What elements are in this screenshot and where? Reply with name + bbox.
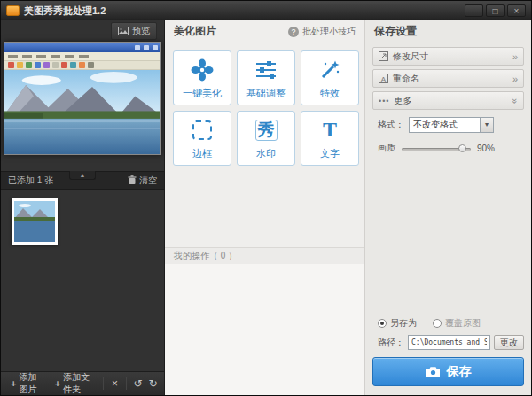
rename-icon: A [379, 74, 388, 83]
add-image-button-label: 添加图片 [19, 371, 42, 396]
trash-icon [128, 175, 137, 185]
save-settings-title: 保存设置 [374, 24, 417, 39]
format-select[interactable]: 不改变格式 ▾ [409, 117, 494, 133]
chevron-right-icon: » [512, 51, 518, 62]
change-path-button[interactable]: 更改 [494, 335, 524, 350]
question-icon: ? [288, 27, 299, 37]
toolbar-separator [103, 377, 104, 390]
preview-image-toolbar [4, 60, 160, 70]
save-button-label: 保存 [447, 364, 472, 380]
tool-watermark[interactable]: 秀 水印 [237, 111, 295, 166]
dropdown-arrow-icon: ▾ [480, 118, 493, 132]
radio-selected-icon [378, 319, 387, 328]
camera-icon [426, 366, 441, 377]
titlebar[interactable]: 美图秀秀批处理1.2 — □ × [1, 1, 531, 20]
redo-button[interactable]: ↻ [147, 377, 159, 390]
thumbnail-list [1, 190, 164, 371]
tool-label: 特效 [320, 87, 340, 100]
center-panel: 美化图片 ? 批处理小技巧 一键美化 基础调整 [165, 20, 365, 395]
text-icon: T [323, 117, 337, 144]
radio-unselected-icon [433, 319, 442, 328]
resize-icon [379, 51, 388, 61]
preview-button-label: 预览 [132, 25, 150, 37]
path-input[interactable] [408, 335, 490, 350]
minimize-button[interactable]: — [465, 4, 483, 17]
window-title: 美图秀秀批处理1.2 [24, 4, 460, 18]
chevron-right-icon: » [512, 74, 518, 84]
section-label: 重命名 [393, 73, 508, 85]
format-label: 格式： [378, 119, 404, 131]
plus-icon: + [55, 378, 60, 389]
quality-value: 90% [477, 144, 495, 153]
collapse-handle-icon[interactable]: ▲ [69, 171, 96, 180]
sliders-icon [254, 57, 278, 83]
radio-overwrite-label: 覆盖原图 [445, 317, 481, 330]
radio-overwrite[interactable]: 覆盖原图 [433, 317, 481, 330]
added-count-label: 已添加 1 张 [8, 175, 53, 187]
quality-label: 画质 [378, 142, 395, 154]
tools-grid: 一键美化 基础调整 特效 边框 [165, 43, 364, 166]
left-panel: 预览 [1, 20, 165, 395]
magic-wand-icon [318, 57, 341, 83]
tool-label: 水印 [256, 147, 276, 160]
flower-icon [190, 57, 215, 83]
landscape-photo [4, 70, 160, 154]
operations-list [165, 264, 364, 395]
chevron-down-icon: » [510, 97, 520, 103]
toolbar-separator [126, 377, 127, 390]
close-button[interactable]: × [507, 4, 526, 17]
slider-handle[interactable] [458, 144, 466, 152]
format-select-value: 不改变格式 [410, 119, 480, 131]
tool-border[interactable]: 边框 [173, 111, 231, 166]
app-window: 美图秀秀批处理1.2 — □ × 预览 [0, 0, 532, 396]
tool-label: 边框 [192, 147, 212, 160]
path-label: 路径： [378, 337, 404, 349]
preview-image [4, 42, 161, 155]
tips-link[interactable]: ? 批处理小技巧 [288, 26, 356, 38]
picture-icon [118, 27, 129, 35]
right-panel: 保存设置 修改尺寸 » A 重命名 » ••• 更多 » [365, 20, 531, 395]
tool-label: 文字 [320, 147, 340, 160]
thumbnail-item[interactable] [12, 198, 58, 245]
tool-one-key-beautify[interactable]: 一键美化 [173, 50, 231, 105]
section-resize[interactable]: 修改尺寸 » [372, 47, 524, 66]
section-more[interactable]: ••• 更多 » [372, 91, 524, 110]
clear-button[interactable]: 清空 [128, 175, 157, 187]
section-rename[interactable]: A 重命名 » [372, 69, 524, 88]
frame-icon [192, 117, 212, 144]
preview-image-window-titlebar [4, 43, 160, 52]
tool-label: 一键美化 [183, 87, 222, 100]
remove-button[interactable]: × [109, 377, 121, 390]
tool-effects[interactable]: 特效 [301, 50, 359, 105]
save-button[interactable]: 保存 [372, 357, 524, 386]
maximize-button[interactable]: □ [486, 4, 505, 17]
undo-button[interactable]: ↺ [132, 377, 144, 390]
plus-icon: + [11, 378, 16, 389]
left-toolbar: + 添加图片 + 添加文件夹 × ↺ ↻ [1, 371, 164, 395]
my-operations-label: 我的操作（ 0 ） [174, 250, 237, 262]
beautify-section-title: 美化图片 [174, 24, 216, 39]
section-label: 修改尺寸 [393, 50, 508, 63]
tool-basic-adjust[interactable]: 基础调整 [237, 50, 295, 105]
more-dots-icon: ••• [379, 97, 389, 105]
quality-slider[interactable] [402, 144, 471, 152]
radio-save-as-label: 另存为 [390, 317, 417, 330]
tool-label: 基础调整 [246, 87, 286, 100]
added-count-bar: ▲ 已添加 1 张 清空 [1, 171, 164, 190]
xiu-stamp-icon: 秀 [255, 117, 278, 144]
add-folder-button[interactable]: + 添加文件夹 [51, 369, 98, 396]
tips-link-label: 批处理小技巧 [302, 26, 356, 38]
clear-button-label: 清空 [139, 175, 157, 187]
add-folder-button-label: 添加文件夹 [63, 371, 93, 396]
add-image-button[interactable]: + 添加图片 [6, 369, 47, 396]
svg-text:A: A [381, 75, 387, 83]
section-label: 更多 [394, 95, 507, 107]
radio-save-as[interactable]: 另存为 [378, 317, 417, 330]
preview-image-menubar [4, 52, 160, 60]
app-icon [6, 5, 20, 16]
tool-text[interactable]: T 文字 [301, 111, 359, 166]
preview-button[interactable]: 预览 [111, 22, 157, 40]
